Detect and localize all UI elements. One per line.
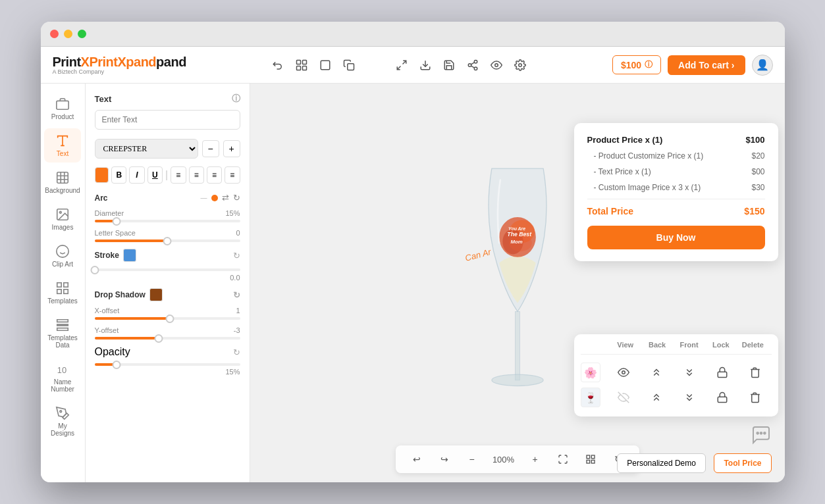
maximize-button[interactable] bbox=[78, 30, 86, 38]
layers-panel: View Back Front Lock Delete 🌸 bbox=[574, 334, 778, 416]
svg-rect-43 bbox=[718, 397, 727, 402]
align-center-button[interactable]: ≡ bbox=[189, 166, 204, 184]
opacity-slider[interactable] bbox=[95, 363, 240, 366]
layer1-lock-btn[interactable] bbox=[706, 366, 739, 378]
product-price-value: $100 bbox=[746, 135, 765, 145]
arc-flip-icon[interactable]: ⇄ bbox=[222, 193, 229, 203]
app-window: PrintXPrintXpandpand A Biztech Company bbox=[41, 22, 785, 482]
tool-price-button[interactable]: Tool Price bbox=[714, 453, 771, 473]
arc-active-dot[interactable] bbox=[211, 195, 218, 201]
sidebar-item-name-number[interactable]: 10 Name Number bbox=[44, 357, 81, 398]
text-input[interactable] bbox=[95, 110, 240, 130]
download-icon[interactable] bbox=[418, 58, 433, 72]
font-size-decrease[interactable]: − bbox=[202, 140, 219, 157]
sidebar-item-images[interactable]: Images bbox=[44, 202, 81, 236]
svg-point-10 bbox=[469, 63, 472, 66]
drop-shadow-swatch[interactable] bbox=[149, 288, 163, 301]
close-button[interactable] bbox=[50, 30, 59, 38]
color-swatch[interactable] bbox=[95, 167, 109, 183]
opacity-label: Opacity bbox=[95, 346, 130, 358]
zoom-out-btn[interactable]: − bbox=[463, 450, 481, 468]
sidebar-item-text[interactable]: Text bbox=[44, 128, 81, 163]
info-icon: ⓘ bbox=[645, 59, 652, 70]
layer1-front-btn[interactable] bbox=[673, 366, 706, 378]
svg-line-7 bbox=[398, 66, 401, 69]
x-offset-slider[interactable] bbox=[95, 317, 240, 320]
justify-button[interactable]: ≡ bbox=[225, 166, 240, 184]
fit-icon[interactable] bbox=[554, 450, 572, 468]
layer2-delete-btn[interactable] bbox=[739, 391, 772, 403]
diameter-slider[interactable] bbox=[95, 220, 240, 222]
avatar-button[interactable]: 👤 bbox=[752, 55, 773, 76]
font-select[interactable]: CREEPSTER bbox=[95, 139, 198, 159]
stroke-color-swatch[interactable] bbox=[123, 249, 136, 262]
align-left-button[interactable]: ≡ bbox=[171, 166, 186, 184]
sidebar-item-my-designs[interactable]: My Designs bbox=[44, 401, 81, 442]
svg-rect-16 bbox=[57, 101, 68, 109]
square-icon[interactable] bbox=[318, 58, 333, 72]
sidebar-item-templates-data[interactable]: Templates Data bbox=[44, 313, 81, 354]
sidebar-item-clipart[interactable]: Clip Art bbox=[44, 239, 81, 273]
header-tools bbox=[194, 58, 604, 72]
chat-icon[interactable] bbox=[751, 424, 772, 449]
arc-reset-icon[interactable]: ↻ bbox=[233, 193, 240, 203]
diameter-slider-row: Diameter 15% bbox=[95, 209, 240, 222]
stroke-reset-icon[interactable]: ↻ bbox=[233, 251, 240, 261]
settings-icon[interactable] bbox=[513, 58, 527, 72]
layer2-front-btn[interactable] bbox=[673, 391, 706, 403]
save-icon[interactable] bbox=[442, 58, 456, 72]
sidebar-item-background[interactable]: Background bbox=[44, 165, 81, 199]
bottom-right-buttons: Personalized Demo Tool Price bbox=[617, 453, 771, 473]
svg-line-12 bbox=[471, 66, 475, 68]
minimize-button[interactable] bbox=[64, 30, 72, 38]
copy-icon[interactable] bbox=[342, 58, 356, 72]
letter-space-slider[interactable] bbox=[95, 239, 240, 242]
underline-button[interactable]: U bbox=[147, 166, 163, 184]
logo: PrintXPrintXpandpand A Biztech Company bbox=[53, 55, 186, 75]
undo-canvas-btn[interactable]: ↩ bbox=[408, 450, 426, 468]
preview-icon[interactable] bbox=[489, 58, 504, 72]
align-right-button[interactable]: ≡ bbox=[207, 166, 222, 184]
main-area: Product Text Background Images Clip Art bbox=[41, 84, 785, 482]
expand-icon[interactable] bbox=[394, 58, 409, 72]
grid-icon[interactable] bbox=[581, 450, 600, 468]
layer-thumb-2: 🍷 bbox=[581, 388, 600, 407]
price-badge[interactable]: $100 ⓘ bbox=[612, 55, 661, 74]
svg-rect-25 bbox=[57, 283, 61, 287]
drop-shadow-reset-icon[interactable]: ↻ bbox=[233, 290, 240, 300]
sidebar-item-product[interactable]: Product bbox=[44, 91, 81, 126]
letter-space-label-row: Letter Space 0 bbox=[95, 229, 240, 237]
layer1-back-btn[interactable] bbox=[640, 366, 673, 378]
font-size-increase[interactable]: + bbox=[223, 140, 240, 157]
zoom-in-btn[interactable]: + bbox=[526, 450, 545, 468]
svg-point-46 bbox=[764, 432, 766, 434]
y-offset-slider[interactable] bbox=[95, 337, 240, 340]
share-icon[interactable] bbox=[466, 58, 480, 72]
bold-button[interactable]: B bbox=[111, 166, 126, 184]
help-icon[interactable]: ⓘ bbox=[232, 93, 240, 105]
personalized-demo-button[interactable]: Personalized Demo bbox=[617, 453, 706, 473]
layer-thumb-1: 🌸 bbox=[581, 363, 600, 382]
italic-button[interactable]: I bbox=[129, 166, 144, 184]
layer1-delete-btn[interactable] bbox=[739, 366, 772, 378]
text-price-value: $00 bbox=[751, 167, 764, 176]
add-to-cart-button[interactable]: Add To cart › bbox=[668, 55, 745, 75]
buy-now-button[interactable]: Buy Now bbox=[587, 226, 765, 249]
arc-row: Arc — ⇄ ↻ bbox=[95, 193, 240, 203]
opacity-reset-icon[interactable]: ↻ bbox=[233, 347, 240, 357]
stroke-slider[interactable] bbox=[95, 268, 240, 271]
layer1-view-btn[interactable] bbox=[607, 366, 640, 378]
layer2-back-btn[interactable] bbox=[640, 391, 673, 403]
y-offset-slider-row: Y-offset -3 bbox=[95, 326, 240, 340]
redo-canvas-btn[interactable]: ↪ bbox=[435, 450, 454, 468]
sidebar-item-templates[interactable]: Templates bbox=[44, 276, 81, 310]
layer2-lock-btn[interactable] bbox=[706, 391, 739, 403]
opacity-value: 15% bbox=[95, 368, 240, 376]
svg-rect-27 bbox=[64, 290, 68, 293]
layer2-view-btn[interactable] bbox=[607, 391, 640, 403]
svg-rect-3 bbox=[303, 66, 307, 70]
undo-icon[interactable] bbox=[271, 58, 285, 72]
app-body: PrintXPrintXpandpand A Biztech Company bbox=[41, 47, 785, 482]
group-icon[interactable] bbox=[294, 58, 309, 72]
product-customize-price: $20 bbox=[751, 151, 764, 161]
